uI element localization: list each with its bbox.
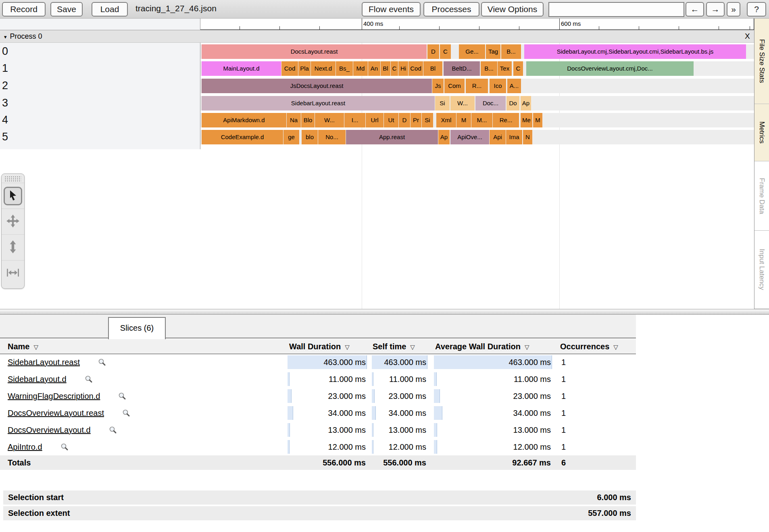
column-header-wall-duration[interactable]: Wall Duration▽ (289, 339, 350, 355)
slice-name-link[interactable]: SidebarLayout.d (8, 375, 67, 384)
more-options-button[interactable]: » (727, 2, 740, 17)
flame-slice[interactable]: Re... (493, 113, 519, 127)
flame-slice[interactable]: Com (444, 79, 465, 93)
flame-slice[interactable]: M (533, 113, 542, 127)
column-header-name[interactable]: Name▽ (8, 339, 38, 355)
flame-slice[interactable]: Bl (423, 61, 442, 76)
selection-tool-button[interactable] (2, 183, 24, 209)
flame-slice[interactable]: Md (353, 61, 368, 76)
flame-slice[interactable]: Pla (298, 61, 311, 76)
timeline-ruler[interactable]: 400 ms600 ms (200, 19, 754, 30)
flame-slice[interactable]: DocsOverviewLayout.cmj,Doc... (526, 61, 694, 76)
flame-slice[interactable]: App.reast (346, 130, 438, 144)
flame-slice[interactable]: BeltD... (444, 61, 480, 76)
flame-slice[interactable]: An (368, 61, 380, 76)
flame-slice[interactable]: B... (481, 61, 497, 76)
flame-slice[interactable]: W... (450, 96, 475, 111)
flame-slice[interactable]: Cod (281, 61, 298, 76)
help-button[interactable]: ? (747, 2, 766, 17)
close-icon[interactable]: X (745, 30, 750, 42)
panel-splitter[interactable] (0, 309, 769, 315)
magnifier-icon[interactable] (85, 372, 93, 389)
flame-slice[interactable]: ApiOve... (450, 130, 489, 144)
sort-arrow-icon[interactable]: ▽ (525, 344, 529, 350)
flow-events-button[interactable]: Flow events (362, 2, 421, 17)
column-header-average-wall-duration[interactable]: Average Wall Duration▽ (435, 339, 529, 355)
flame-slice[interactable]: ge (283, 130, 299, 144)
timing-tool-button[interactable] (2, 260, 24, 286)
flame-slice[interactable]: B... (501, 44, 521, 59)
flame-slice[interactable]: Url (366, 113, 383, 127)
flame-slice[interactable]: CodeExample.d (202, 130, 283, 144)
flame-slice[interactable]: Na (287, 113, 301, 127)
flame-slice[interactable]: Ico (490, 79, 506, 93)
flame-slice[interactable]: Cod (408, 61, 423, 76)
record-button[interactable]: Record (2, 2, 46, 17)
flame-slice[interactable]: SidebarLayout.reast (202, 96, 435, 111)
sort-arrow-icon[interactable]: ▽ (345, 344, 350, 350)
flame-slice[interactable]: Next.d (311, 61, 336, 76)
column-header-self-time[interactable]: Self time▽ (373, 339, 415, 355)
flame-slice[interactable]: Ge... (459, 44, 485, 59)
slice-name-link[interactable]: SidebarLayout.reast (8, 358, 80, 367)
flame-slice[interactable]: Ap (521, 96, 531, 111)
flame-slice[interactable]: Js (432, 79, 444, 93)
flame-slice[interactable]: Ima (506, 130, 522, 144)
flame-slice[interactable]: C (391, 61, 398, 76)
flame-slice[interactable]: Xml (436, 113, 456, 127)
flame-slice[interactable]: D (399, 113, 410, 127)
slice-name-link[interactable]: DocsOverviewLayout.reast (8, 409, 104, 417)
magnifier-icon[interactable] (109, 423, 117, 440)
flame-slice[interactable]: M (456, 113, 471, 127)
collapse-icon[interactable]: ▾ (4, 31, 7, 43)
slice-name-link[interactable]: DocsOverviewLayout.d (8, 426, 91, 434)
flame-slice[interactable]: Ut (384, 113, 398, 127)
view-options-button[interactable]: View Options (481, 2, 544, 17)
flame-slice[interactable]: Doc... (475, 96, 506, 111)
slice-name-link[interactable]: ApiIntro.d (8, 442, 42, 451)
flame-slice[interactable]: Si (435, 96, 450, 111)
flame-slice[interactable]: Bs_ (336, 61, 353, 76)
flame-slice[interactable]: Me (521, 113, 532, 127)
search-input[interactable] (548, 2, 684, 17)
flame-slice[interactable]: DocsLayout.reast (202, 44, 427, 59)
magnifier-icon[interactable] (60, 440, 69, 457)
processes-button[interactable]: Processes (423, 2, 479, 17)
vertical-zoom-tool-button[interactable] (2, 234, 24, 260)
flame-slice[interactable]: No... (318, 130, 346, 144)
magnifier-icon[interactable] (98, 355, 106, 372)
magnifier-icon[interactable] (118, 389, 126, 406)
column-header-occurrences[interactable]: Occurrences▽ (560, 339, 618, 355)
process-header[interactable]: ▾Process 0 X (0, 30, 754, 43)
save-button[interactable]: Save (50, 2, 83, 17)
pan-tool-button[interactable] (2, 209, 24, 234)
flame-slice[interactable]: Pr (411, 113, 421, 127)
flame-slice[interactable]: Hi (398, 61, 408, 76)
flame-slice[interactable]: N (523, 130, 532, 144)
flame-slice[interactable]: Si (422, 113, 433, 127)
sidebar-tab-input-latency[interactable]: Input Latency (754, 231, 769, 309)
flame-slice[interactable]: A... (507, 79, 521, 93)
flame-slice[interactable]: Do (506, 96, 519, 111)
flame-slice[interactable]: C (440, 44, 451, 59)
slice-name-link[interactable]: WarningFlagDescription.d (8, 392, 100, 401)
find-next-button[interactable]: → (706, 2, 725, 17)
sort-arrow-icon[interactable]: ▽ (410, 344, 415, 350)
flame-slice[interactable]: Api (490, 130, 506, 144)
find-previous-button[interactable]: ← (686, 2, 704, 17)
load-button[interactable]: Load (92, 2, 128, 17)
sidebar-tab-metrics[interactable]: Metrics (754, 104, 769, 161)
flame-slice[interactable]: Bl (381, 61, 390, 76)
tab-slices[interactable]: Slices (6) (108, 317, 166, 339)
flame-slice[interactable]: SidebarLayout.cmj,SidebarLayout.cmi,Side… (524, 44, 746, 59)
flame-slice[interactable]: D (427, 44, 439, 59)
flame-slice[interactable]: W... (315, 113, 344, 127)
sort-arrow-icon[interactable]: ▽ (613, 344, 618, 350)
flame-slice[interactable]: C (513, 61, 523, 76)
flame-slice[interactable]: I... (344, 113, 365, 127)
flame-slice[interactable]: Ap (438, 130, 450, 144)
flame-slice[interactable]: Blo (301, 113, 315, 127)
palette-grip-handle[interactable] (4, 176, 21, 182)
flame-slice[interactable]: Tag (486, 44, 500, 59)
sidebar-tab-file-size-stats[interactable]: File Size Stats (754, 19, 769, 104)
